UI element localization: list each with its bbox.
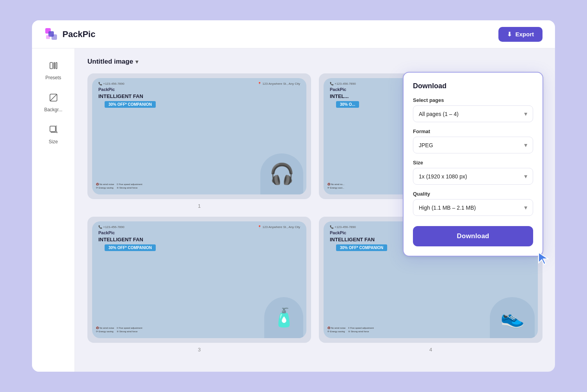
card-features-2: 🔇 No wind no... ⟳ Energy savi... (327, 183, 345, 190)
card-top-bar-3: 📞 +123-456-7890 📍 123 Anywhere St., Any … (92, 221, 306, 229)
quality-select[interactable]: High (1.1 MB – 2.1 MB) ▾ (413, 199, 533, 216)
card-brand-3: PackPic (92, 229, 306, 237)
quality-chevron-icon: ▾ (524, 204, 527, 211)
canvas-cell-3: 📞 +123-456-7890 📍 123 Anywhere St., Any … (87, 217, 311, 352)
canvas-card-3[interactable]: 📞 +123-456-7890 📍 123 Anywhere St., Any … (87, 217, 311, 342)
size-label: Size (413, 160, 533, 166)
pages-value: All pages (1 – 4) (419, 111, 459, 117)
logo-icon (44, 27, 59, 41)
card-badge-2: 30% O... (336, 101, 359, 108)
title-chevron-icon: ▾ (135, 59, 138, 65)
app-window: PackPic ⬇ Export Presets (32, 20, 555, 372)
svg-line-8 (50, 94, 57, 101)
page-num-3: 3 (198, 347, 201, 353)
logo: PackPic (44, 27, 95, 41)
card-headline-1: INTELLIGENT FAN (92, 93, 306, 100)
card-headline-3: INTELLIGENT FAN (92, 237, 306, 243)
card-features-4: 🔇 No wind noise ≡ Five speed adjustment … (327, 326, 374, 333)
download-button[interactable]: Download (413, 226, 533, 246)
sidebar-item-presets[interactable]: Presets (36, 56, 71, 85)
svg-rect-9 (50, 126, 55, 132)
image-title-text: Untitled image (87, 58, 133, 66)
select-pages-section: Select pages All pages (1 – 4) ▾ (413, 97, 533, 122)
canvas-card-1[interactable]: 📞 +123-456-7890 📍 123 Anywhere St., Any … (87, 73, 311, 199)
size-select[interactable]: 1x (1920 x 1080 px) ▾ (413, 168, 533, 185)
presets-icon (49, 61, 58, 73)
card-badge-3: 30% OFF* COMPANION (105, 244, 156, 251)
card-badge-1: 30% OFF* COMPANION (105, 101, 156, 108)
svg-rect-6 (56, 62, 57, 69)
card-features-3: 🔇 No wind noise ≡ Five speed adjustment … (96, 326, 142, 333)
size-label: Size (49, 139, 58, 144)
page-num-1: 1 (198, 203, 201, 209)
pages-select[interactable]: All pages (1 – 4) ▾ (413, 105, 533, 122)
export-label: Export (515, 31, 534, 37)
main-content: Presets Backgr... (32, 48, 555, 372)
export-button[interactable]: ⬇ Export (498, 27, 543, 42)
card-brand-1: PackPic (92, 86, 306, 93)
svg-rect-2 (52, 34, 57, 40)
format-label: Format (413, 128, 533, 134)
canvas-cell-1: 📞 +123-456-7890 📍 123 Anywhere St., Any … (87, 73, 311, 209)
header: PackPic ⬇ Export (32, 20, 555, 48)
pages-chevron-icon: ▾ (524, 110, 527, 118)
card-features-1: 🔇 No wind noise ≡ Five speed adjustment … (96, 183, 142, 190)
size-chevron-icon: ▾ (524, 173, 527, 180)
sidebar: Presets Backgr... (32, 48, 75, 372)
format-select[interactable]: JPEG ▾ (413, 137, 533, 153)
canvas-toolbar: Untitled image ▾ (87, 58, 543, 66)
presets-label: Presets (45, 75, 61, 80)
quality-section: Quality High (1.1 MB – 2.1 MB) ▾ (413, 191, 533, 216)
quality-value: High (1.1 MB – 2.1 MB) (419, 205, 476, 211)
card-badge-4: 30% OFF* COMPANION (336, 244, 387, 251)
background-label: Backgr... (44, 107, 62, 112)
svg-rect-4 (50, 62, 53, 69)
svg-rect-5 (54, 62, 55, 69)
canvas-area: Untitled image ▾ 📞 +123-456-7890 📍 123 A… (75, 48, 555, 372)
sidebar-item-size[interactable]: Size (36, 120, 71, 149)
size-section: Size 1x (1920 x 1080 px) ▾ (413, 160, 533, 185)
export-icon: ⬇ (507, 31, 512, 38)
quality-label: Quality (413, 191, 533, 197)
size-icon (49, 125, 58, 137)
download-panel: Download Select pages All pages (1 – 4) … (403, 72, 543, 257)
page-num-4: 4 (429, 347, 432, 353)
sidebar-item-background[interactable]: Backgr... (36, 88, 71, 117)
card-top-bar-1: 📞 +123-456-7890 📍 123 Anywhere St., Any … (92, 78, 306, 86)
format-chevron-icon: ▾ (524, 141, 527, 149)
select-pages-label: Select pages (413, 97, 533, 103)
size-value: 1x (1920 x 1080 px) (419, 173, 467, 180)
panel-title: Download (413, 82, 533, 90)
app-title: PackPic (62, 29, 95, 39)
format-section: Format JPEG ▾ (413, 128, 533, 153)
format-value: JPEG (419, 142, 433, 148)
image-title[interactable]: Untitled image ▾ (87, 58, 138, 66)
svg-rect-3 (46, 35, 50, 39)
background-icon (49, 93, 58, 105)
svg-marker-14 (539, 253, 548, 264)
